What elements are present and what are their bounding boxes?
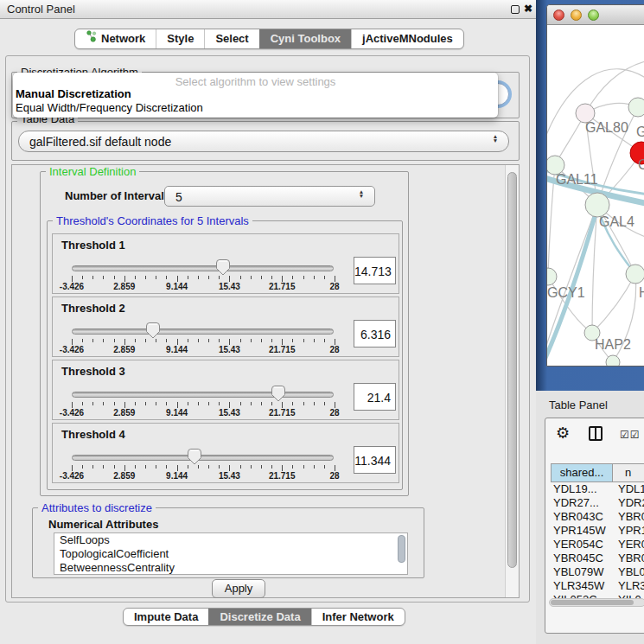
threshold-panel: Threshold 2 -3.4262.8599.14415.4321.7152…: [52, 296, 399, 357]
cell-shared-name[interactable]: YPR145W: [551, 524, 613, 537]
tab-cyni-toolbox[interactable]: Cyni Toolbox: [259, 29, 351, 48]
table-panel: Table Panel ⚙ ☑☑ shared... n YDL19...YDL…: [536, 391, 644, 644]
table-data-combobox[interactable]: galFiltered.sif default node ▲▼: [18, 131, 509, 152]
slider-scale-labels: -3.4262.8599.14415.4321.71528: [72, 471, 335, 481]
float-window-icon[interactable]: [511, 5, 520, 14]
panel-scrollbar[interactable]: [505, 165, 519, 597]
algorithm-option[interactable]: Manual Discretization: [13, 87, 498, 101]
column-header-name[interactable]: n: [613, 463, 644, 482]
table-row[interactable]: YBR043CYBR0: [551, 510, 644, 524]
cell-name[interactable]: YBR0: [613, 552, 644, 564]
table-row[interactable]: YDL19...YDL1: [551, 482, 644, 496]
table-rows: YDL19...YDL1YDR27...YDR2YBR043CYBR0YPR14…: [551, 482, 644, 607]
threshold-value-field[interactable]: 6.316: [354, 320, 396, 348]
network-node[interactable]: [585, 193, 609, 217]
interval-definition-group: Interval Definition Number of Intervals …: [40, 171, 409, 496]
cell-shared-name[interactable]: YBL079W: [551, 565, 613, 578]
threshold-slider-track[interactable]: [72, 455, 334, 461]
table-panel-title: Table Panel: [549, 399, 608, 411]
cell-shared-name[interactable]: YDR27...: [551, 496, 613, 509]
threshold-value-field[interactable]: 11.344: [354, 446, 396, 474]
cell-shared-name[interactable]: YBR043C: [551, 510, 613, 523]
network-node[interactable]: [606, 355, 620, 367]
network-window: GAL80GCGAL11GAL4GCY1HHAP2: [546, 4, 644, 367]
slider-scale-labels: -3.4262.8599.14415.4321.71528: [72, 282, 335, 292]
threshold-slider-thumb[interactable]: [271, 386, 285, 402]
table-header-row: shared... n: [551, 463, 644, 482]
tab-label: Discretize Data: [220, 609, 300, 625]
attribute-item[interactable]: SelfLoops: [54, 533, 407, 547]
attribute-item[interactable]: BetweennessCentrality: [54, 561, 407, 575]
threshold-value-field[interactable]: 14.713: [354, 257, 396, 284]
tab-label: Cyni Toolbox: [271, 29, 341, 48]
tab-impute-data[interactable]: Impute Data: [124, 609, 208, 625]
threshold-label: Threshold 1: [61, 239, 125, 252]
cell-name[interactable]: YLR3: [613, 579, 644, 592]
table-row[interactable]: YLR345WYLR3: [551, 579, 644, 593]
network-canvas[interactable]: GAL80GCGAL11GAL4GCY1HHAP2: [547, 25, 644, 366]
tab-style[interactable]: Style: [156, 29, 204, 48]
threshold-slider-track[interactable]: [72, 328, 334, 335]
cell-name[interactable]: YBR0: [613, 510, 644, 523]
cell-name[interactable]: YDR2: [613, 496, 644, 509]
node-label: GAL4: [599, 214, 634, 229]
cell-shared-name[interactable]: YDL19...: [551, 482, 613, 495]
tab-select[interactable]: Select: [204, 29, 258, 48]
select-columns-checkboxes-icon[interactable]: ☑☑: [620, 429, 641, 441]
threshold-panel: Threshold 1 -3.4262.8599.14415.4321.7152…: [52, 233, 399, 294]
tab-label: jActiveMNodules: [362, 29, 453, 48]
table-row[interactable]: YDR27...YDR2: [551, 496, 644, 510]
cell-name[interactable]: YER0: [613, 538, 644, 551]
threshold-slider-track[interactable]: [72, 265, 334, 271]
table-horizontal-scrollbar[interactable]: [549, 598, 644, 607]
number-of-intervals-spinner[interactable]: 5 ▲▼: [164, 186, 375, 207]
cell-name[interactable]: YBL0: [613, 565, 644, 578]
node-label: G: [636, 124, 644, 139]
table-row[interactable]: YBL079WYBL0: [551, 565, 644, 579]
network-icon: [86, 29, 97, 48]
node-label: HAP2: [595, 337, 631, 352]
tab-jactivemnodules[interactable]: jActiveMNodules: [351, 29, 463, 48]
cell-name[interactable]: YDL1: [613, 482, 644, 495]
tab-discretize-data[interactable]: Discretize Data: [208, 609, 310, 625]
table-row[interactable]: YER054CYER0: [551, 538, 644, 552]
numerical-attributes-list[interactable]: SelfLoopsTopologicalCoefficientBetweenne…: [54, 532, 408, 575]
threshold-slider-thumb[interactable]: [146, 322, 160, 339]
cyni-mode-tabs: Impute DataDiscretize DataInfer Network: [123, 608, 405, 626]
close-icon[interactable]: ✖: [524, 3, 532, 15]
close-traffic-light-icon[interactable]: [553, 10, 564, 21]
threshold-value-field[interactable]: 21.4: [354, 383, 396, 411]
column-header-shared-name[interactable]: shared...: [551, 463, 613, 482]
attribute-item[interactable]: TopologicalCoefficient: [54, 547, 407, 561]
cell-shared-name[interactable]: YLR345W: [551, 579, 613, 592]
threshold-slider-track[interactable]: [72, 392, 334, 398]
node-label: GAL80: [585, 120, 628, 135]
split-columns-icon[interactable]: [589, 426, 603, 441]
table-row[interactable]: YBR045CYBR0: [551, 552, 644, 565]
zoom-traffic-light-icon[interactable]: [588, 10, 599, 21]
tab-network[interactable]: Network: [75, 29, 156, 48]
apply-button[interactable]: Apply: [212, 579, 265, 598]
tab-infer-network[interactable]: Infer Network: [311, 609, 405, 625]
minimize-traffic-light-icon[interactable]: [571, 10, 582, 21]
scrollbar-thumb[interactable]: [551, 600, 634, 605]
threshold-slider-thumb[interactable]: [216, 259, 230, 276]
settings-gear-icon[interactable]: ⚙: [556, 425, 570, 441]
cell-shared-name[interactable]: YBR045C: [551, 552, 613, 564]
cell-shared-name[interactable]: YER054C: [551, 538, 613, 551]
tab-label: Infer Network: [322, 609, 394, 625]
algorithm-dropdown-popup: Select algorithm to view settings Manual…: [13, 73, 498, 118]
network-node[interactable]: [628, 98, 644, 117]
scrollbar-thumb[interactable]: [507, 172, 517, 568]
network-node[interactable]: [547, 268, 557, 285]
list-scrollbar[interactable]: [398, 535, 405, 563]
tab-label: Select: [215, 29, 248, 48]
algorithm-option[interactable]: Equal Width/Frequency Discretization: [13, 101, 498, 115]
table-row[interactable]: YPR145WYPR1: [551, 524, 644, 538]
right-workspace: GAL80GCGAL11GAL4GCY1HHAP2 Table Panel ⚙ …: [536, 0, 644, 644]
cell-name[interactable]: YPR1: [613, 524, 644, 537]
threshold-slider-thumb[interactable]: [188, 449, 201, 465]
control-panel-titlebar: Control Panel ✖: [0, 0, 536, 19]
network-window-titlebar[interactable]: [547, 5, 644, 25]
network-node[interactable]: [626, 265, 644, 284]
